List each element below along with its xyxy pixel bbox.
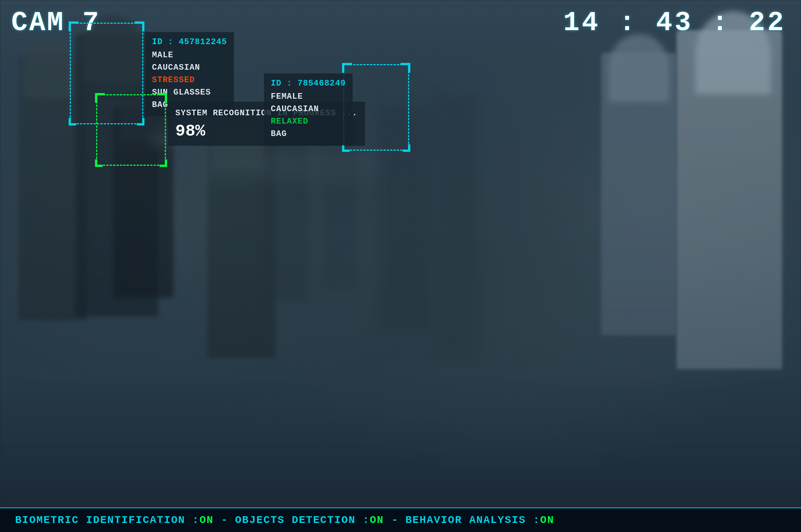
emotion-female: RELAXED	[271, 117, 308, 126]
ethnicity-female: CAUCASIAN	[271, 104, 319, 114]
background-object	[189, 151, 377, 181]
detection-id-female: ID : 785468249	[271, 79, 346, 88]
accessory1-female: BAG	[271, 129, 287, 139]
person-silhouette	[434, 94, 479, 358]
status-bar: BIOMETRIC IDENTIFICATION : ON - OBJECTS …	[0, 508, 801, 532]
separator-2: -	[391, 514, 398, 526]
objects-value: ON	[370, 514, 384, 526]
detection-attrs-female: FEMALE CAUCASIAN RELAXED BAG	[271, 90, 346, 140]
corner-bl	[69, 118, 76, 125]
corner-bl-female	[342, 144, 350, 152]
detection-box-recognition	[96, 94, 166, 166]
gender-male: MALE	[152, 50, 173, 60]
separator-1: -	[221, 514, 227, 526]
timestamp: 14 : 43 : 22	[563, 8, 786, 38]
ethnicity-male: CAUCASIAN	[152, 63, 200, 72]
person-head	[23, 38, 75, 98]
behavior-value: ON	[540, 514, 554, 526]
gender-female: FEMALE	[271, 92, 303, 101]
detection-id-male: ID : 457812245	[152, 37, 227, 47]
info-panel-female: ID : 785468249 FEMALE CAUCASIAN RELAXED …	[264, 73, 353, 145]
behavior-label: BEHAVIOR ANALYSIS :	[405, 514, 540, 526]
biometric-label: BIOMETRIC IDENTIFICATION :	[15, 514, 199, 526]
biometric-value: ON	[199, 514, 214, 526]
person-head	[609, 34, 669, 102]
emotion-male: STRESSED	[152, 75, 195, 85]
corner-br-female	[403, 144, 410, 152]
detection-box-female	[343, 64, 409, 151]
corner-br-green	[160, 159, 167, 167]
corner-bl-green	[95, 159, 103, 167]
objects-label: OBJECTS DETECTION :	[235, 514, 370, 526]
camera-view: CAM 7 14 : 43 : 22 ID : 457812245 MALE C…	[0, 0, 801, 532]
